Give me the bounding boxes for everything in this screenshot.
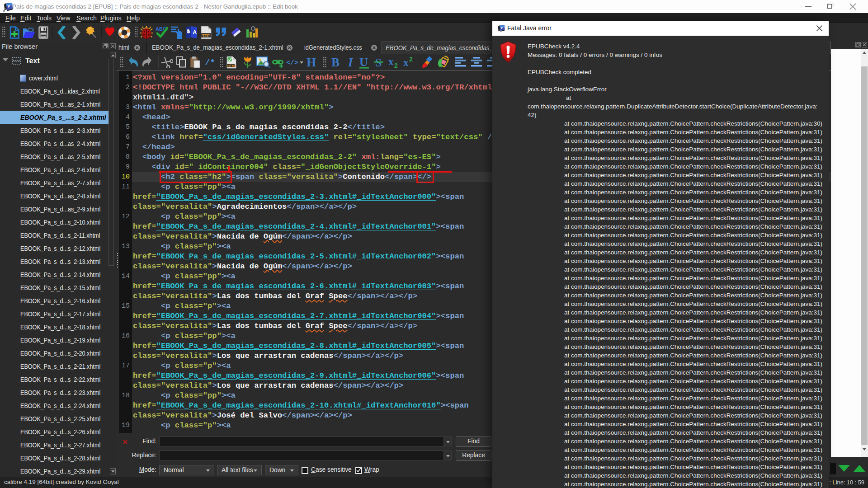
svg-text:H: H (307, 56, 316, 68)
svg-text:I: I (348, 56, 354, 68)
svg-text:2: 2 (394, 62, 398, 68)
svg-text:HTML: HTML (227, 64, 237, 68)
svg-text:U: U (359, 56, 368, 69)
svg-text:2: 2 (409, 56, 413, 63)
svg-text:</>: </> (286, 59, 298, 67)
svg-text:A: A (193, 29, 197, 36)
svg-text:B: B (331, 56, 340, 68)
svg-text:TTF: TTF (202, 33, 210, 38)
svg-text:x: x (388, 56, 394, 67)
svg-text:/*: /* (205, 58, 215, 68)
svg-text:x: x (403, 57, 409, 68)
